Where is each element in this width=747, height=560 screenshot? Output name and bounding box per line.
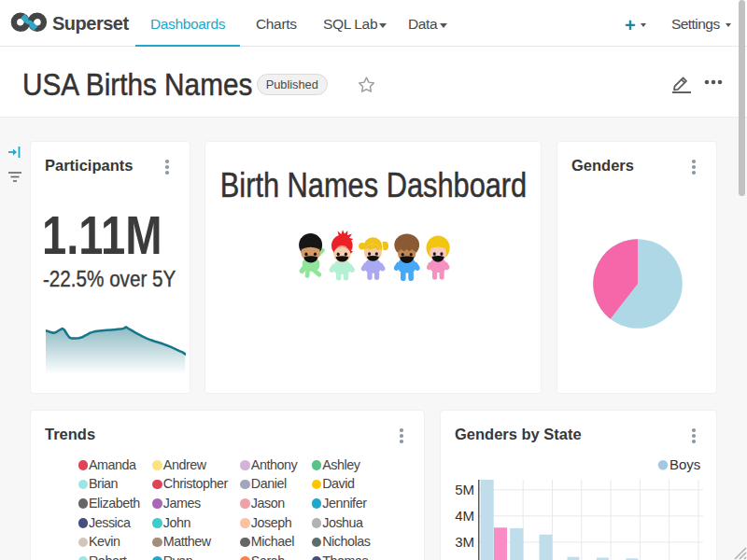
- svg-text:Boys: Boys: [669, 456, 700, 472]
- svg-text:4M: 4M: [455, 508, 474, 524]
- svg-text:5M: 5M: [455, 482, 474, 497]
- svg-text:3M: 3M: [455, 534, 474, 550]
